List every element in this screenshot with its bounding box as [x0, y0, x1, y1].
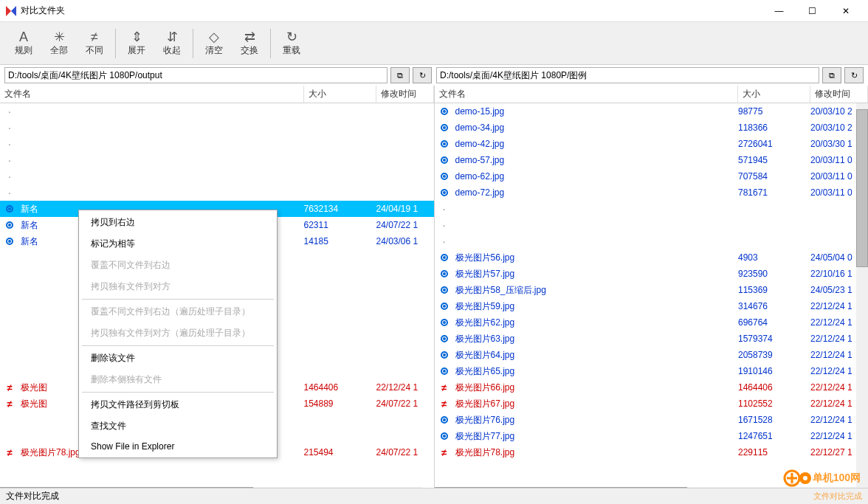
file-row[interactable]: demo-42.jpg272604120/03/30 1: [435, 136, 869, 152]
tool-icon: A: [16, 30, 31, 44]
file-row[interactable]: demo-34.jpg11836620/03/10 2: [435, 120, 869, 136]
file-row[interactable]: ·: [0, 136, 434, 152]
diff-marker-icon: ≠: [441, 447, 447, 458]
watermark: 单机100网: [783, 467, 861, 489]
file-row[interactable]: 极光图片56.jpg490324/05/04 0: [435, 249, 869, 266]
file-row[interactable]: ·: [0, 168, 434, 184]
file-size: 7632134: [304, 204, 376, 214]
col-size[interactable]: 大小: [738, 86, 810, 103]
file-row[interactable]: demo-15.jpg9877520/03/10 2: [435, 103, 869, 120]
diff-marker-icon: ≠: [7, 447, 12, 458]
file-name: 极光图片58_压缩后.jpg: [452, 284, 739, 297]
diff-marker-icon: ≠: [7, 382, 12, 393]
tool-不同[interactable]: ≠不同: [77, 25, 112, 62]
tool-展开[interactable]: ⇕展开: [119, 25, 154, 62]
right-file-list[interactable]: demo-15.jpg9877520/03/10 2demo-34.jpg118…: [435, 103, 869, 499]
minimize-button[interactable]: —: [762, 0, 796, 22]
file-row[interactable]: 极光图片63.jpg157937422/12/24 1: [435, 331, 869, 347]
svg-point-4: [803, 476, 807, 480]
col-name[interactable]: 文件名: [435, 86, 739, 103]
file-size: 1464406: [738, 382, 810, 393]
file-name: 极光图片59.jpg: [452, 300, 739, 313]
file-name: demo-57.jpg: [452, 155, 739, 165]
file-row[interactable]: 极光图片57.jpg92359022/10/16 1: [435, 266, 869, 282]
left-refresh-button[interactable]: ↻: [413, 67, 432, 83]
menu-item[interactable]: 拷贝文件路径到剪切板: [79, 394, 277, 415]
file-row[interactable]: 极光图片59.jpg31467622/12/24 1: [435, 298, 869, 314]
unique-marker-icon: [441, 124, 448, 131]
tool-重载[interactable]: ↻重载: [274, 25, 309, 62]
menu-item[interactable]: 查找文件: [79, 415, 277, 437]
file-row[interactable]: ·: [435, 201, 869, 217]
menu-item: 拷贝独有文件到对方（遍历处理子目录）: [79, 322, 277, 344]
tool-清空[interactable]: ◇清空: [196, 25, 232, 62]
file-size: 2058739: [738, 350, 810, 360]
unique-marker-icon: [441, 286, 448, 294]
unique-marker-icon: [441, 108, 448, 115]
file-row[interactable]: demo-57.jpg57194520/03/11 0: [435, 152, 869, 168]
right-refresh-button[interactable]: ↻: [844, 67, 864, 83]
file-row[interactable]: ≠极光图片78.jpg22911522/12/27 1: [435, 444, 869, 460]
tool-规则[interactable]: A规则: [6, 25, 41, 62]
file-row[interactable]: 极光图片76.jpg167152822/12/24 1: [435, 412, 869, 428]
file-row[interactable]: 极光图片64.jpg205873922/12/24 1: [435, 347, 869, 363]
maximize-button[interactable]: ☐: [796, 0, 829, 22]
left-path-input[interactable]: [4, 67, 388, 83]
file-row[interactable]: ·: [435, 233, 869, 249]
file-size: 781671: [738, 187, 810, 198]
file-name: 极光图片78.jpg: [452, 446, 739, 459]
menu-item[interactable]: Show File in Explorer: [79, 437, 277, 456]
file-row[interactable]: demo-72.jpg78167120/03/11 0: [435, 184, 869, 201]
file-row[interactable]: ·: [0, 152, 434, 168]
right-v-scrollbar[interactable]: [856, 103, 868, 499]
file-time: 24/07/22 1: [376, 398, 434, 409]
placeholder-marker-icon: ·: [8, 140, 11, 148]
file-row[interactable]: 极光图片77.jpg124765122/12/24 1: [435, 428, 869, 444]
file-size: 923590: [738, 269, 810, 279]
file-row[interactable]: 极光图片58_压缩后.jpg11536924/05/23 1: [435, 282, 869, 298]
col-time[interactable]: 修改时间: [376, 86, 434, 103]
file-name: demo-72.jpg: [452, 187, 739, 198]
file-size: 1910146: [738, 366, 810, 376]
menu-item[interactable]: 删除该文件: [79, 348, 277, 369]
col-name[interactable]: 文件名: [0, 86, 304, 103]
placeholder-marker-icon: ·: [8, 124, 11, 131]
tool-icon: ≠: [87, 30, 102, 44]
file-row[interactable]: 极光图片65.jpg191014622/12/24 1: [435, 363, 869, 379]
left-column-header[interactable]: 文件名 大小 修改时间: [0, 86, 434, 103]
file-size: 215494: [304, 447, 376, 458]
close-button[interactable]: ✕: [829, 0, 862, 22]
right-path-input[interactable]: [436, 67, 819, 83]
col-time[interactable]: 修改时间: [810, 86, 868, 103]
tool-交换[interactable]: ⇄交换: [232, 25, 267, 62]
tool-icon: ✳: [52, 30, 66, 44]
file-size: 1671528: [738, 415, 810, 425]
placeholder-marker-icon: ·: [8, 108, 11, 115]
file-row[interactable]: ·: [0, 120, 434, 136]
file-name: 极光图片62.jpg: [452, 317, 739, 329]
menu-item: 删除本侧独有文件: [79, 369, 277, 390]
tool-icon: ⇕: [129, 30, 144, 44]
file-row[interactable]: ·: [0, 184, 434, 201]
menu-item[interactable]: 标记为相等: [79, 233, 277, 255]
unique-marker-icon: [6, 221, 13, 229]
tool-收起[interactable]: ⇵收起: [154, 25, 190, 62]
menu-item[interactable]: 拷贝到右边: [79, 212, 277, 233]
left-copy-button[interactable]: ⧉: [390, 67, 410, 83]
statusbar: 文件对比完成 文件对比完成: [0, 488, 868, 504]
file-row[interactable]: ≠极光图片67.jpg110255222/12/24 1: [435, 396, 869, 412]
right-column-header[interactable]: 文件名 大小 修改时间: [435, 86, 869, 103]
file-name: 极光图片76.jpg: [452, 414, 739, 427]
file-name: 极光图片77.jpg: [452, 430, 739, 443]
file-row[interactable]: demo-62.jpg70758420/03/11 0: [435, 168, 869, 184]
file-size: 707584: [738, 171, 810, 182]
tool-全部[interactable]: ✳全部: [41, 25, 77, 62]
file-name: 极光图片57.jpg: [452, 268, 739, 280]
file-row[interactable]: ·: [0, 103, 434, 120]
file-row[interactable]: ·: [435, 217, 869, 233]
col-size[interactable]: 大小: [304, 86, 376, 103]
file-row[interactable]: 极光图片62.jpg69676422/12/24 1: [435, 314, 869, 331]
file-row[interactable]: ≠极光图片66.jpg146440622/12/24 1: [435, 379, 869, 396]
right-copy-button[interactable]: ⧉: [822, 67, 841, 83]
placeholder-marker-icon: ·: [443, 205, 446, 213]
